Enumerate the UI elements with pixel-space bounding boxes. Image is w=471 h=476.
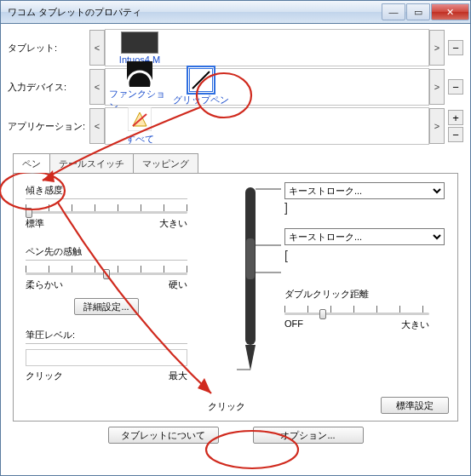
upper-button-select[interactable]: キーストローク... [284,182,445,199]
tilt-min-label: 標準 [26,217,44,230]
tab-panel-pen: 傾き感度 標準 大きい ペン先の感触 柔らかい 硬い 詳細設定... [13,173,458,422]
tab-tail-switch[interactable]: テールスイッチ [49,153,134,173]
tablet-thumb-icon [121,32,158,54]
tool-item-label: グリップペン [173,94,229,106]
pressure-level-label: 筆圧レベル: [26,329,187,344]
tool-selector[interactable]: ファンクション グリップペン [105,68,429,106]
titlebar: ワコム タブレットのプロパティ — ▭ ✕ [1,1,470,24]
tilt-sensitivity-slider[interactable] [26,211,187,214]
tablet-prev-button[interactable]: < [89,30,105,66]
default-settings-button[interactable]: 標準設定 [381,397,449,414]
double-click-min-label: OFF [284,318,303,331]
tip-min-label: 柔らかい [26,278,63,291]
tool-prev-button[interactable]: < [89,69,105,105]
pressure-min-label: クリック [26,370,63,382]
options-button[interactable]: オプション... [253,427,364,444]
app-remove-button[interactable]: − [448,127,463,142]
tablet-next-button[interactable]: > [429,30,445,66]
svg-rect-7 [246,238,255,279]
tilt-sensitivity-label: 傾き感度 [26,184,187,199]
functions-icon [127,61,152,87]
tip-feel-slider[interactable] [26,272,187,275]
minimize-button[interactable]: — [382,3,405,20]
double-click-distance-label: ダブルクリック距離 [284,288,455,301]
maximize-button[interactable]: ▭ [406,3,430,20]
pressure-test-area[interactable] [26,349,187,366]
close-button[interactable]: ✕ [431,3,469,20]
tab-pen[interactable]: ペン [13,153,50,173]
app-prev-button[interactable]: < [89,108,105,144]
app-selector[interactable]: すべて [105,107,429,145]
tilt-max-label: 大きい [159,217,187,230]
double-click-max-label: 大きい [401,318,429,331]
tool-remove-button[interactable]: − [448,79,463,95]
app-item-label: すべて [126,133,154,146]
tab-mapping[interactable]: マッピング [133,153,198,173]
tablet-remove-button[interactable]: − [448,40,463,55]
svg-marker-8 [245,345,256,370]
tool-row-label: 入力デバイス: [8,81,89,94]
all-apps-icon [127,106,152,132]
app-row-label: アプリケーション: [8,120,89,133]
window-title: ワコム タブレットのプロパティ [8,6,382,19]
lower-button-select[interactable]: キーストローク... [284,228,445,245]
app-add-button[interactable]: + [448,110,463,125]
about-tablet-button[interactable]: タブレットについて [108,427,219,444]
tablet-row-label: タブレット: [8,42,89,54]
grip-pen-icon [188,67,214,93]
tip-feel-label: ペン先の感触 [26,245,187,261]
app-next-button[interactable]: > [429,108,445,144]
pressure-max-label: 最大 [169,370,187,382]
click-label: クリック [208,400,245,413]
advanced-settings-button[interactable]: 詳細設定... [74,298,138,315]
double-click-distance-slider[interactable] [284,313,429,315]
tip-max-label: 硬い [169,278,187,291]
pen-graphic [220,179,284,383]
tool-next-button[interactable]: > [429,69,445,105]
